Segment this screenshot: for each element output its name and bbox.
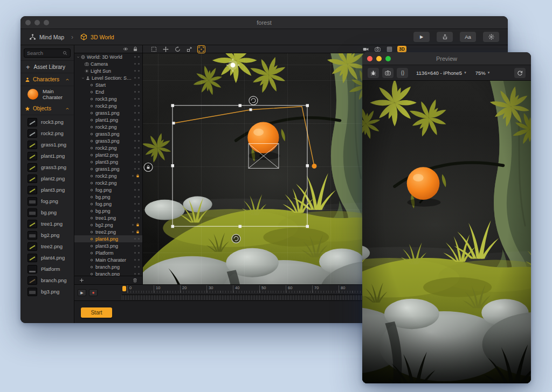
tree-item-toggles[interactable] [132,126,140,128]
object-item[interactable]: tree2.png [20,241,74,252]
frame-tool[interactable] [198,46,205,53]
object-item[interactable]: plant3.png [20,184,74,195]
timeline-play-button[interactable]: ▶ [78,289,86,296]
tree-item-plant1-png[interactable]: plant1.png [74,116,142,123]
refresh-button[interactable] [514,68,526,78]
close-window-button[interactable] [367,56,372,61]
tree-item-toggles[interactable] [132,182,140,184]
object-item[interactable]: rock2.png [20,128,74,139]
marquee-tool[interactable] [150,46,157,53]
breadcrumb-3d-world[interactable]: 3D World [91,34,114,40]
tree-item-grass1-png[interactable]: grass1.png [74,109,142,116]
tree-item-toggles[interactable] [132,168,140,170]
tree-item-rock2-png[interactable]: rock2.png [74,144,142,151]
rotate-gizmo[interactable] [249,96,258,105]
object-item[interactable]: plant1.png [20,150,74,162]
tree-item-toggles[interactable] [132,63,140,65]
tree-item-toggles[interactable] [132,273,140,275]
tree-item-toggles[interactable] [132,77,140,79]
text-style-button[interactable]: Aa [460,32,476,42]
tree-item-start[interactable]: Start [74,81,142,88]
tree-item-camera[interactable]: Camera [74,60,142,67]
timeline-playhead[interactable] [122,286,126,291]
zoom-select[interactable]: 75% ▾ [475,70,490,76]
zoom-window-button[interactable] [385,56,391,61]
object-item[interactable]: plant4.png [20,252,74,263]
editor-titlebar[interactable]: forest [20,16,508,29]
object-item[interactable]: bg2.png [20,229,74,241]
lock-icon[interactable] [133,46,138,52]
object-item[interactable]: grass1.png [20,139,74,150]
motion-path[interactable] [172,107,317,169]
tree-item-level-section-st-[interactable]: Level Section: St... [74,74,142,81]
tree-item-toggles[interactable] [132,119,140,121]
camera-button[interactable] [382,68,394,78]
object-item[interactable]: fog.png [20,195,74,207]
breadcrumb-mindmap[interactable]: Mind Map [39,34,64,40]
tree-item-toggles[interactable] [132,140,140,142]
tree-item-toggles[interactable] [130,174,140,178]
tree-item-toggles[interactable] [132,91,140,93]
tree-item-end[interactable]: End [74,88,142,95]
tree-item-toggles[interactable] [130,230,140,234]
tree-item-rock2-png[interactable]: rock2.png [74,123,142,130]
tree-item-bg-png[interactable]: bg.png [74,193,142,200]
zoom-window-button[interactable] [44,20,49,25]
close-window-button[interactable] [25,20,31,25]
tree-item-toggles[interactable] [132,266,140,268]
eye-icon[interactable] [123,46,128,52]
object-item[interactable]: bg.png [20,207,74,218]
tree-item-tree1-png[interactable]: tree1.png [74,214,142,221]
timeline-record-button[interactable]: ● [89,289,98,296]
tree-item-toggles[interactable] [132,189,140,191]
tree-item-main-charater[interactable]: Main Charater [74,256,142,263]
tree-item-toggles[interactable] [132,259,140,261]
trash-icon[interactable] [133,278,137,283]
tree-item-toggles[interactable] [132,133,140,135]
start-button[interactable]: Start [81,307,112,318]
search-input[interactable] [27,50,61,56]
tree-item-toggles[interactable] [132,98,140,100]
tree-item-grass3-png[interactable]: grass3.png [74,130,142,137]
tree-item-toggles[interactable] [132,217,140,219]
rotate-tool[interactable] [174,46,181,53]
selection-handles[interactable] [171,104,309,228]
tree-item-world-3d-world[interactable]: World: 3D World [74,53,142,60]
tree-item-toggles[interactable] [132,154,140,156]
add-object-icon[interactable] [79,278,84,283]
tree-item-fog-png[interactable]: fog.png [74,200,142,207]
tree-item-toggles[interactable] [132,105,140,107]
tree-item-toggles[interactable] [132,56,140,58]
tree-item-toggles[interactable] [132,84,140,86]
object-item[interactable]: plant2.png [20,173,74,184]
tree-item-toggles[interactable] [130,223,140,227]
light-sun-gizmo[interactable] [226,59,239,72]
move-tool[interactable] [162,46,169,53]
search-box[interactable] [24,48,71,58]
tree-item-toggles[interactable] [132,70,140,72]
object-item[interactable]: rock3.png [20,116,74,128]
tree-item-toggles[interactable] [132,147,140,149]
objects-section-header[interactable]: Objects [20,102,74,115]
tree-item-bg-png[interactable]: bg.png [74,207,142,214]
tree-item-fog-png[interactable]: fog.png [74,186,142,193]
tree-item-toggles[interactable] [132,203,140,205]
tree-item-toggles[interactable] [132,245,140,247]
settings-button[interactable] [483,32,499,42]
tree-item-plant3-png[interactable]: plant3.png [74,242,142,249]
object-item[interactable]: bg3.png [20,286,74,297]
videocam-view-button[interactable] [362,46,369,53]
export-button[interactable] [437,32,453,42]
object-item[interactable]: branch.png [20,275,74,286]
tree-item-rock3-png[interactable]: rock3.png [74,95,142,102]
scale-tool[interactable] [186,46,193,53]
tree-item-plant3-png[interactable]: plant3.png [74,158,142,165]
tree-item-grass3-png[interactable]: grass3.png [74,137,142,144]
preview-titlebar[interactable]: Preview [362,52,531,65]
camera-view-button[interactable] [374,46,381,53]
sprite-bounds[interactable] [249,144,279,169]
tree-item-toggles[interactable] [132,210,140,212]
characters-section-header[interactable]: Characters [20,73,74,86]
tree-item-grass1-png[interactable]: grass1.png [74,165,142,172]
minimize-window-button[interactable] [376,56,382,61]
